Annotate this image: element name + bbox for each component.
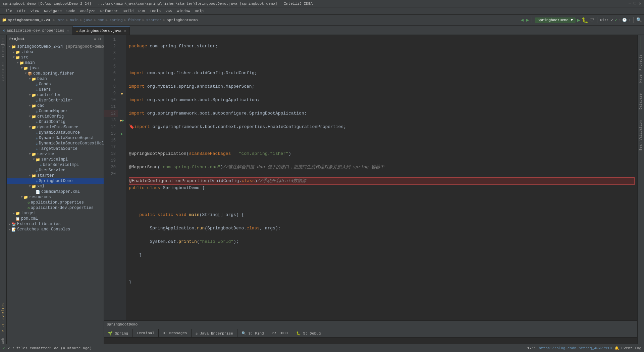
tab-debug[interactable]: 🐛 5: Debug	[292, 329, 325, 337]
menu-tools[interactable]: Tools	[148, 8, 163, 14]
menu-code[interactable]: Code	[64, 8, 77, 14]
breadcrumb-src[interactable]: src	[58, 18, 65, 22]
tree-idea[interactable]: ▶ 📁 .idea	[7, 49, 104, 55]
tree-user-service-impl[interactable]: ▶ ☕ UserServiceImpl	[7, 162, 104, 168]
tab-springboot-demo[interactable]: ☕ SpringbootDemo.java ✕	[73, 27, 130, 35]
tree-controller[interactable]: ▼ 📁 controller	[7, 92, 104, 98]
tab-java-enterprise[interactable]: ☕ Java Enterprise	[192, 329, 237, 337]
menu-run[interactable]: Run	[136, 8, 147, 14]
tab-find[interactable]: 🔍 3: Find	[237, 329, 268, 337]
code-container[interactable]: 1 2 3 4 5 6 7 8 9 10 11 12 13 14	[104, 35, 637, 320]
breadcrumb-class[interactable]: SpringbootDemo	[167, 18, 198, 22]
tree-springboot-demo[interactable]: ▶ ☕ SpringbootDemo	[7, 178, 104, 184]
tree-target-ds[interactable]: ▶ ☕ TargetDataSource	[7, 146, 104, 151]
window-controls[interactable]: ─ □ ✕	[629, 1, 641, 6]
tree-service[interactable]: ▼ 📁 service	[7, 151, 104, 157]
git-history[interactable]: 🕐	[622, 18, 627, 22]
tree-external-libs[interactable]: ▶ 📚 External Libraries	[7, 221, 104, 227]
tree-common-mapper-xml[interactable]: ▶ 📄 commomMapper.xml	[7, 189, 104, 194]
tree-goods[interactable]: ▶ ☕ Goods	[7, 82, 104, 87]
menu-help[interactable]: Help	[193, 8, 206, 14]
tree-com-spring-fisher[interactable]: ▼ 📦 com.spring.fisher	[7, 71, 104, 76]
scroll-indicator[interactable]	[641, 36, 641, 50]
tree-user-controller[interactable]: ▶ ☕ UserController	[7, 98, 104, 103]
code-editor[interactable]: package com.spring.fisher.starter; impor…	[126, 35, 637, 320]
run3-icon[interactable]: ▶	[121, 132, 123, 136]
git-commit[interactable]: ✓	[614, 17, 617, 23]
breadcrumb-com[interactable]: com	[98, 18, 104, 22]
tree-dds-holder[interactable]: ▶ ☕ DynamicDataSourceContextHolder	[7, 141, 104, 146]
maximize-button[interactable]: □	[634, 1, 636, 6]
menu-edit[interactable]: Edit	[15, 8, 28, 14]
status-url[interactable]: https://blog.csdn.net/qq_40977118	[539, 346, 612, 350]
debug-button[interactable]: 🐛	[582, 17, 588, 24]
sidebar-collapse-all[interactable]: ⇔	[94, 36, 96, 42]
run-config-dropdown[interactable]: SpringbootDemo ▼	[535, 17, 576, 23]
run2-icon[interactable]: ▶	[122, 118, 124, 123]
menu-window[interactable]: Window	[175, 8, 192, 14]
menu-view[interactable]: View	[29, 8, 41, 14]
tree-app-props[interactable]: ▶ ⚙ application.properties	[7, 200, 104, 205]
tab-close-props[interactable]: ✕	[67, 29, 69, 33]
tree-dao[interactable]: ▼ 📁 dao	[7, 103, 104, 108]
tree-app-dev-props[interactable]: ▶ ⚙ application-dev.properties	[7, 205, 104, 211]
strip-structure[interactable]: Structure	[1, 62, 5, 81]
tree-starter[interactable]: ▼ 📁 starter	[7, 173, 104, 178]
tree-root[interactable]: ▼ 📁 springbootDemo_2-24 [springboot-demo…	[7, 44, 104, 49]
cursor-position[interactable]: 17:1	[527, 346, 536, 350]
tab-close-java[interactable]: ✕	[124, 29, 126, 33]
tree-java[interactable]: ▼ 📁 java	[7, 65, 104, 71]
tree-xml-folder[interactable]: ▼ 📁 xml	[7, 184, 104, 189]
strip-project[interactable]: 1: Project	[1, 38, 5, 58]
tab-spring[interactable]: 🌱 Spring	[104, 329, 132, 337]
breadcrumb-main[interactable]: main	[70, 18, 78, 22]
git-status[interactable]: Git: ✓	[600, 18, 613, 22]
tab-application-dev-properties[interactable]: ⚙ application-dev.properties ✕	[0, 27, 73, 35]
menu-refactor[interactable]: Refactor	[98, 8, 120, 14]
tree-druid-config-class[interactable]: ▶ ☕ DruidConfig	[7, 119, 104, 125]
tree-dds[interactable]: ▶ ☕ DynamicDataSource	[7, 130, 104, 135]
tab-terminal[interactable]: Terminal	[132, 329, 159, 337]
tree-user-service[interactable]: ▶ ☕ UserService	[7, 168, 104, 173]
tree-dds-aspect[interactable]: ▶ ☕ DynamicDataSourceAspect	[7, 135, 104, 141]
minimize-button[interactable]: ─	[629, 1, 631, 6]
tree-druid-config[interactable]: ▼ 📁 druidConfig	[7, 114, 104, 119]
search-everywhere[interactable]: 🔍	[636, 17, 642, 23]
tab-messages[interactable]: 0: Messages	[159, 329, 192, 337]
tree-scratches[interactable]: ▶ 📝 Scratches and Consoles	[7, 227, 104, 232]
strip-favorites[interactable]: ★ 2: Favorites	[1, 303, 5, 333]
breadcrumb-fisher[interactable]: fisher	[128, 18, 141, 22]
tree-bean[interactable]: ▼ 📁 bean	[7, 76, 104, 82]
git-update[interactable]: ↓	[628, 18, 631, 22]
strip-maven[interactable]: Maven Projects	[639, 54, 643, 83]
tree-src[interactable]: ▼ 📁 src	[7, 55, 104, 60]
menu-navigate[interactable]: Navigate	[42, 8, 64, 14]
close-button[interactable]: ✕	[639, 1, 641, 6]
menu-build[interactable]: Build	[120, 8, 136, 14]
back-icon[interactable]: ◀	[521, 17, 524, 23]
tree-service-impl-folder[interactable]: ▼ 📁 serviceImpl	[7, 157, 104, 162]
strip-database[interactable]: Database	[639, 93, 643, 109]
tree-resources[interactable]: ▼ 📁 resources	[7, 194, 104, 200]
tab-todo[interactable]: 6: TODO	[268, 329, 292, 337]
run-with-coverage[interactable]: 🛡	[590, 17, 594, 23]
tree-common-mapper[interactable]: ▶ ☕ CommonMapper	[7, 108, 104, 114]
tree-main[interactable]: ▼ 📁 main	[7, 60, 104, 65]
run-button[interactable]: ▶	[577, 17, 580, 24]
tree-dynamic-datasource[interactable]: ▼ 📁 dynamicDataSource	[7, 125, 104, 130]
strip-web[interactable]: Web	[1, 338, 5, 344]
breadcrumb-starter[interactable]: starter	[146, 18, 162, 22]
sidebar-settings[interactable]: ⚙	[98, 36, 101, 42]
breadcrumb-java[interactable]: java	[84, 18, 92, 22]
forward-icon[interactable]: ▶	[526, 17, 529, 23]
git-push[interactable]: ↑	[619, 18, 621, 22]
event-log[interactable]: 🔔 Event Log	[614, 346, 641, 350]
menu-file[interactable]: File	[1, 8, 14, 14]
strip-bean-validation[interactable]: Bean Validation	[639, 120, 643, 150]
menu-vcs[interactable]: VCS	[163, 8, 174, 14]
menu-analyze[interactable]: Analyze	[78, 8, 97, 14]
breadcrumb-spring[interactable]: spring	[109, 18, 123, 22]
tree-target[interactable]: ▶ 📁 target	[7, 211, 104, 216]
tree-users[interactable]: ▶ ☕ Users	[7, 87, 104, 92]
tree-pom[interactable]: ▶ 📋 pom.xml	[7, 216, 104, 221]
